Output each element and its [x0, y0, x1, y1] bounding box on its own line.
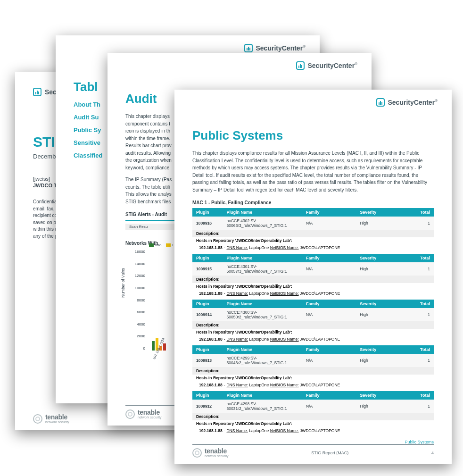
page4-table-title: MAC 1 - Public, Failing Compliance: [192, 200, 434, 205]
table-row: 1009914noCCE:4300:SV-50050r2_rule:Window…: [192, 308, 434, 321]
host-line: 192.168.1.88-DNS Name: LaptopOne NetBIOS…: [192, 244, 434, 254]
footer-center: STIG Report (MAC): [311, 451, 348, 455]
desc-label: Description:: [192, 230, 434, 237]
table-header: PluginPlugin NameFamilySeverityTotal: [192, 391, 434, 400]
table-header: PluginPlugin NameFamilySeverityTotal: [192, 208, 434, 217]
security-center-brand: SecurityCenter®: [244, 44, 306, 52]
table-header: PluginPlugin NameFamilySeverityTotal: [192, 254, 434, 262]
table-header: PluginPlugin NameFamilySeverityTotal: [192, 300, 434, 308]
repo-line: Hosts in Repository 'JWDCO/InterOperabil…: [192, 237, 434, 244]
repo-line: Hosts in Repository 'JWDCO/InterOperabil…: [192, 375, 434, 381]
desc-label: Description:: [192, 413, 434, 420]
desc-label: Description:: [192, 276, 434, 283]
tenable-ring-icon: [125, 409, 135, 419]
bars-icon: [244, 44, 253, 52]
table-row: 1009913noCCE:4299:SV-50043r2_rule:Window…: [192, 354, 434, 367]
chart-bar-info: [152, 341, 155, 351]
chart-bar-high: [163, 343, 166, 351]
security-center-text: SecurityCenter®: [388, 99, 438, 106]
table-row: 1009915noCCE:4301:SV-50057r3_rule:Window…: [192, 262, 434, 276]
repo-line: Hosts in Repository 'JWDCO/InterOperabil…: [192, 283, 434, 290]
table-header: PluginPlugin NameFamilySeverityTotal: [192, 345, 434, 354]
page4-intro: This chapter displays compliance results…: [192, 150, 434, 193]
security-center-text: SecurityCenter®: [256, 44, 306, 52]
page4-footer: tenablenetwork security STIG Report (MAC…: [192, 444, 434, 458]
chart-yticks: 1600014000120001000080006000400020000: [125, 250, 147, 351]
repo-line: Hosts in Repository 'JWDCO/InterOperabil…: [192, 420, 434, 427]
chart-ylabel: Number of Vulns: [121, 268, 125, 298]
tenable-logo: tenablenetwork security: [33, 414, 69, 424]
host-line: 192.168.1.88-DNS Name: LaptopOne NetBIOS…: [192, 290, 434, 300]
desc-label: Description:: [192, 321, 434, 329]
security-center-brand: SecurityCenter®: [296, 61, 358, 70]
tenable-logo: tenablenetwork security: [125, 409, 162, 419]
tenable-logo: tenablenetwork security: [192, 448, 229, 458]
tenable-ring-icon: [33, 414, 42, 424]
repo-line: Hosts in Repository 'JWDCO/InterOperabil…: [192, 329, 434, 335]
table-row: 1009912noCCE:4298:SV-50031r2_rule:Window…: [192, 400, 434, 413]
table-row: 1009916noCCE:4302:SV-50063r3_rule:Window…: [192, 217, 434, 230]
host-line: 192.168.1.88-DNS Name: LaptopOne NetBIOS…: [192, 335, 434, 345]
host-line: 192.168.1.88-DNS Name: LaptopOne NetBIOS…: [192, 381, 434, 391]
tenable-ring-icon: [192, 448, 202, 458]
compliance-table: PluginPlugin NameFamilySeverityTotal1009…: [192, 208, 434, 437]
security-center-brand: SecurityCenter®: [376, 98, 438, 107]
bars-icon: [376, 98, 385, 107]
bars-icon: [33, 88, 41, 96]
footer-page: 4: [431, 451, 434, 455]
report-page-4: SecurityCenter® Public Systems This chap…: [174, 90, 452, 464]
desc-label: Description:: [192, 367, 434, 375]
page4-title: Public Systems: [192, 128, 434, 143]
bars-icon: [296, 61, 305, 70]
host-line: 192.168.1.88-DNS Name: LaptopOne NetBIOS…: [192, 427, 434, 437]
security-center-text: SecurityCenter®: [308, 62, 358, 69]
